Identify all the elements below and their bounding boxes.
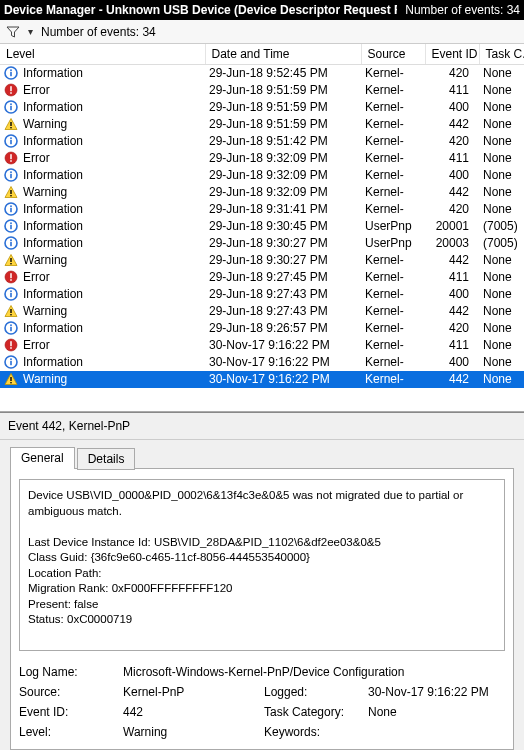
svg-rect-39 <box>10 309 11 313</box>
error-icon <box>4 151 18 165</box>
row-source: Kernel- <box>361 116 425 133</box>
keywords-value <box>368 725 505 739</box>
info-icon <box>4 321 18 335</box>
event-row[interactable]: Information29-Jun-18 9:51:59 PMKernel-40… <box>0 99 524 116</box>
svg-rect-34 <box>10 273 12 278</box>
col-taskc[interactable]: Task C... <box>479 44 524 65</box>
event-row[interactable]: Error29-Jun-18 9:27:45 PMKernel-411None <box>0 269 524 286</box>
row-level: Information <box>23 355 83 369</box>
row-source: Kernel- <box>361 337 425 354</box>
svg-rect-20 <box>10 190 11 194</box>
row-eventid: 442 <box>425 184 479 201</box>
tab-general[interactable]: General <box>10 447 75 469</box>
info-icon <box>4 287 18 301</box>
svg-rect-7 <box>10 106 12 110</box>
filter-icon[interactable] <box>6 25 20 39</box>
col-eventid[interactable]: Event ID <box>425 44 479 65</box>
event-row[interactable]: Information29-Jun-18 9:26:57 PMKernel-42… <box>0 320 524 337</box>
row-datetime: 30-Nov-17 9:16:22 PM <box>205 337 361 354</box>
event-row[interactable]: Information29-Jun-18 9:27:43 PMKernel-40… <box>0 286 524 303</box>
row-source: Kernel- <box>361 269 425 286</box>
level-label: Level: <box>19 725 119 739</box>
row-datetime: 29-Jun-18 9:32:09 PM <box>205 184 361 201</box>
info-icon <box>4 66 18 80</box>
svg-rect-5 <box>10 92 12 94</box>
svg-rect-29 <box>10 242 12 246</box>
warning-icon <box>4 117 18 131</box>
logname-value: Microsoft-Windows-Kernel-PnP/Device Conf… <box>123 665 505 679</box>
svg-rect-32 <box>10 263 11 264</box>
info-icon <box>4 219 18 233</box>
event-row[interactable]: Warning30-Nov-17 9:16:22 PMKernel-442Non… <box>0 371 524 388</box>
event-row[interactable]: Information29-Jun-18 9:52:45 PMKernel-42… <box>0 65 524 82</box>
row-eventid: 411 <box>425 337 479 354</box>
event-row[interactable]: Warning29-Jun-18 9:51:59 PMKernel-442Non… <box>0 116 524 133</box>
row-level: Information <box>23 66 83 80</box>
tab-details[interactable]: Details <box>77 448 136 470</box>
column-headers[interactable]: Level Date and Time Source Event ID Task… <box>0 44 524 65</box>
col-level[interactable]: Level <box>0 44 205 65</box>
svg-rect-1 <box>10 72 12 76</box>
row-source: Kernel- <box>361 320 425 337</box>
event-row[interactable]: Information30-Nov-17 9:16:22 PMKernel-40… <box>0 354 524 371</box>
row-eventid: 20003 <box>425 235 479 252</box>
col-source[interactable]: Source <box>361 44 425 65</box>
event-row[interactable]: Information29-Jun-18 9:51:42 PMKernel-42… <box>0 133 524 150</box>
row-eventid: 20001 <box>425 218 479 235</box>
taskcat-label: Task Category: <box>264 705 364 719</box>
info-icon <box>4 168 18 182</box>
event-row[interactable]: Error30-Nov-17 9:16:22 PMKernel-411None <box>0 337 524 354</box>
row-datetime: 29-Jun-18 9:26:57 PM <box>205 320 361 337</box>
event-row[interactable]: Information29-Jun-18 9:30:27 PMUserPnp20… <box>0 235 524 252</box>
svg-rect-35 <box>10 279 12 281</box>
row-level: Information <box>23 321 83 335</box>
error-icon <box>4 83 18 97</box>
row-datetime: 29-Jun-18 9:31:41 PM <box>205 201 361 218</box>
row-eventid: 420 <box>425 65 479 82</box>
event-row[interactable]: Error29-Jun-18 9:32:09 PMKernel-411None <box>0 150 524 167</box>
logname-label: Log Name: <box>19 665 119 679</box>
tab-general-body: Device USB\VID_0000&PID_0002\6&13f4c3e&0… <box>10 468 514 750</box>
event-row[interactable]: Warning29-Jun-18 9:30:27 PMKernel-442Non… <box>0 252 524 269</box>
row-datetime: 30-Nov-17 9:16:22 PM <box>205 354 361 371</box>
event-row[interactable]: Error29-Jun-18 9:51:59 PMKernel-411None <box>0 82 524 99</box>
event-row[interactable]: Information29-Jun-18 9:32:09 PMKernel-40… <box>0 167 524 184</box>
info-icon <box>4 202 18 216</box>
svg-rect-4 <box>10 86 12 91</box>
svg-rect-37 <box>10 293 12 297</box>
level-value: Warning <box>123 725 260 739</box>
row-level: Error <box>23 151 50 165</box>
row-task: None <box>479 201 524 218</box>
logged-label: Logged: <box>264 685 364 699</box>
svg-rect-19 <box>10 171 12 173</box>
row-eventid: 400 <box>425 167 479 184</box>
svg-rect-10 <box>10 127 11 128</box>
event-description[interactable]: Device USB\VID_0000&PID_0002\6&13f4c3e&0… <box>19 479 505 651</box>
toolbar: ▾ Number of events: 34 <box>0 20 524 44</box>
error-icon <box>4 338 18 352</box>
event-row[interactable]: Information29-Jun-18 9:31:41 PMKernel-42… <box>0 201 524 218</box>
chevron-down-icon[interactable]: ▾ <box>28 26 33 37</box>
svg-rect-50 <box>10 377 11 381</box>
events-table[interactable]: Level Date and Time Source Event ID Task… <box>0 44 524 412</box>
row-eventid: 442 <box>425 252 479 269</box>
row-eventid: 411 <box>425 82 479 99</box>
svg-rect-43 <box>10 324 12 326</box>
row-source: Kernel- <box>361 133 425 150</box>
svg-rect-51 <box>10 382 11 383</box>
row-task: None <box>479 116 524 133</box>
svg-rect-23 <box>10 208 12 212</box>
row-level: Error <box>23 83 50 97</box>
warning-icon <box>4 185 18 199</box>
row-task: None <box>479 184 524 201</box>
col-datetime[interactable]: Date and Time <box>205 44 361 65</box>
event-row[interactable]: Warning29-Jun-18 9:32:09 PMKernel-442Non… <box>0 184 524 201</box>
event-row[interactable]: Information29-Jun-18 9:30:45 PMUserPnp20… <box>0 218 524 235</box>
row-datetime: 29-Jun-18 9:52:45 PM <box>205 65 361 82</box>
row-eventid: 400 <box>425 286 479 303</box>
svg-rect-38 <box>10 290 12 292</box>
event-row[interactable]: Warning29-Jun-18 9:27:43 PMKernel-442Non… <box>0 303 524 320</box>
row-eventid: 442 <box>425 371 479 388</box>
row-datetime: 29-Jun-18 9:51:59 PM <box>205 99 361 116</box>
row-level: Information <box>23 100 83 114</box>
